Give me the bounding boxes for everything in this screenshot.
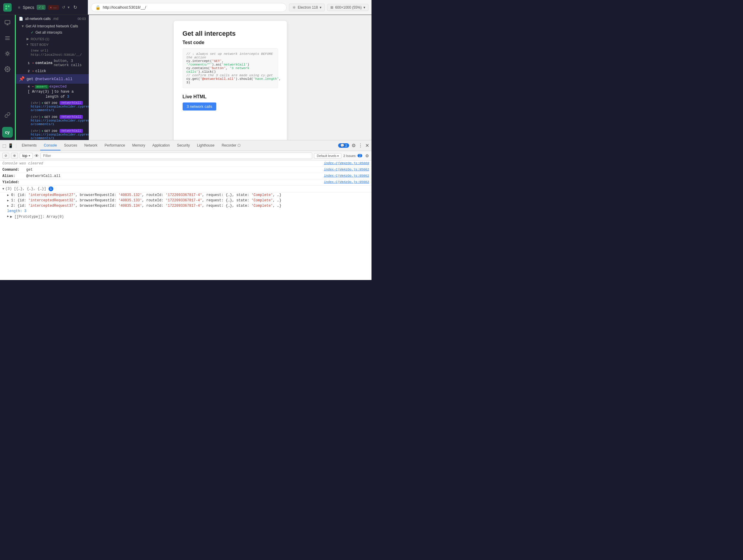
item0-routeid: '1722093367817-4' xyxy=(166,193,202,197)
get-keyword: get xyxy=(27,77,33,81)
issues-num: 2 xyxy=(345,144,347,147)
specs-menu-icon: ≡ xyxy=(18,5,20,10)
console-filter[interactable] xyxy=(41,153,312,159)
pass-count: 1 xyxy=(42,6,44,9)
have-length: 'have.length' xyxy=(253,77,279,81)
assert-num: 4 xyxy=(28,85,30,88)
default-levels-btn[interactable]: Default levels ▾ xyxy=(314,153,341,159)
sidebar-item-integrations[interactable] xyxy=(3,110,12,120)
devtools-close-icon[interactable]: ✕ xyxy=(365,143,369,148)
length-line-text: length: 3 xyxy=(7,209,27,213)
alias-label: Alias: xyxy=(2,174,26,178)
tab-elements[interactable]: Elements xyxy=(18,141,40,150)
test-item[interactable]: ✓ Get all intercepts xyxy=(22,30,86,36)
inspect-element-icon[interactable]: ⬚ xyxy=(2,143,6,148)
eye-icon[interactable]: 👁 xyxy=(35,154,39,158)
issues-badge-num: 2 xyxy=(357,154,362,157)
test-body-section[interactable]: ▾ TEST BODY xyxy=(16,42,89,47)
refresh-icon[interactable]: ↻ xyxy=(73,4,77,10)
tab-application[interactable]: Application xyxy=(149,141,173,150)
cmd-assert: 4 – assert expected [ Array(3) ] to have… xyxy=(16,84,89,100)
sidebar-item-settings[interactable] xyxy=(3,64,12,74)
issues-settings-icon[interactable]: ⚙ xyxy=(365,154,369,158)
item1-triangle[interactable]: ▶ xyxy=(7,199,9,202)
tab-recorder[interactable]: Recorder⬡ xyxy=(218,141,244,150)
alias-string: 'networkCall' xyxy=(222,63,247,67)
network-call-all: '@networkCall.all' xyxy=(200,77,236,81)
expected-kw: expected xyxy=(49,85,67,89)
cmd-link[interactable]: index-CjVm4zOo.js:95662 xyxy=(324,168,369,171)
array-expand-triangle[interactable]: ▼ xyxy=(2,187,4,190)
page-card: Get all intercepts Test code // ↓ always… xyxy=(174,21,287,140)
item2-rest: , request: {…}, state: xyxy=(202,204,252,208)
lock-icon: 🔒 xyxy=(95,5,100,10)
routes-section[interactable]: ▶ ROUTES (1) xyxy=(16,36,89,42)
sidebar-item-bug[interactable] xyxy=(3,49,12,58)
svg-rect-1 xyxy=(8,5,9,7)
clear-console-btn[interactable]: ⊘ xyxy=(2,153,9,159)
item0-end: , …} xyxy=(273,193,281,197)
settings-icon xyxy=(4,66,10,72)
item0-rest: , request: {…}, state: xyxy=(202,193,252,197)
get-method: cy.get( xyxy=(186,77,200,81)
item0-index: 0: {id: xyxy=(11,193,28,197)
line1-num: 1 xyxy=(28,61,30,65)
devtools-more-icon[interactable]: ⋮ xyxy=(358,143,363,148)
page-card-wrapper: Get all intercepts Test code // ↓ always… xyxy=(174,21,287,140)
tab-memory[interactable]: Memory xyxy=(129,141,149,150)
get-string: 'GET' xyxy=(212,59,222,63)
tab-performance[interactable]: Performance xyxy=(101,141,129,150)
item1-index: 1: {id: xyxy=(11,199,28,203)
svg-point-9 xyxy=(6,53,8,55)
device-toggle-icon[interactable]: 📱 xyxy=(8,143,13,148)
performance-label: Performance xyxy=(104,143,125,147)
issues-badge: 2 Issues: 2 xyxy=(343,154,362,158)
svg-point-10 xyxy=(7,69,8,70)
item0-triangle[interactable]: ▶ xyxy=(7,193,9,197)
proto-triangle[interactable]: ▶ xyxy=(7,214,9,219)
cleared-link[interactable]: index-CjVm4zOo.js:95669 xyxy=(324,162,369,165)
network2-url1: https://jsonplaceholder.cypress.i xyxy=(31,119,86,122)
close-paren: ) xyxy=(247,63,249,67)
file-item[interactable]: 📄 all-network-calls .md 00:03 xyxy=(16,15,89,23)
devtools-settings-icon[interactable]: ⚙ xyxy=(352,143,356,148)
sidebar-item-list[interactable] xyxy=(3,33,12,43)
tab-security[interactable]: Security xyxy=(173,141,193,150)
tab-sources[interactable]: Sources xyxy=(60,141,81,150)
page-subtitle: Test code xyxy=(183,40,278,45)
tab-console[interactable]: Console xyxy=(40,141,60,150)
network-call-1: (xhr) ● GET 200 networkCall https://json… xyxy=(16,100,89,114)
tab-lighthouse[interactable]: Lighthouse xyxy=(193,141,218,150)
memory-label: Memory xyxy=(132,143,145,147)
cmd-label: Command: xyxy=(2,168,26,172)
stop-btn[interactable]: ⊗ xyxy=(11,153,18,159)
top-bar: ≡ Specs ✓ 1 × — ↺ ▾ ↻ 🔒 http://localhost… xyxy=(0,0,372,15)
url-bar[interactable]: 🔒 http://localhost:53018/__/ xyxy=(91,3,287,12)
array-preview: [ Array(3) ] xyxy=(28,90,53,94)
html-label: Live HTML xyxy=(183,94,278,99)
yielded-link[interactable]: index-CjVm4zOo.js:95662 xyxy=(324,180,369,184)
cmd-new-url-text: (new url) http://localhost:53018/__/ xyxy=(31,49,82,56)
network2-header: (xhr) ● GET 200 networkCall xyxy=(31,115,86,119)
issues-text: 2 Issues: xyxy=(343,154,356,158)
line1-text: button, 3 network calls xyxy=(54,59,86,67)
item0-sep2: , routeId: xyxy=(142,193,166,197)
route-string: '/comments/*' xyxy=(186,63,212,67)
cmd-get-row[interactable]: 📌 get @networkCall.all inspect the comma… xyxy=(16,74,89,84)
sidebar-item-monitor[interactable] xyxy=(3,18,12,28)
alias-link[interactable]: index-CjVm4zOo.js:95662 xyxy=(324,174,369,177)
tab-network[interactable]: Network xyxy=(81,141,101,150)
pin-icon: 📌 xyxy=(19,76,25,82)
console-cmd-line: Command: get index-CjVm4zOo.js:95662 xyxy=(0,167,372,173)
top-selector[interactable]: top ▾ xyxy=(20,153,33,159)
alias-value: @networkCall.all xyxy=(26,174,324,178)
network-calls-button[interactable]: 3 network calls xyxy=(183,102,217,111)
cy-logo-bottom[interactable]: cy xyxy=(2,127,13,138)
test-name: Get all intercepts xyxy=(36,30,62,35)
suite-title: ▾ Get All Intercepted Network Calls xyxy=(22,24,86,28)
fail-badge: × — xyxy=(48,5,59,10)
console-item0: ▶ 0: {id: 'interceptedRequest27', browse… xyxy=(0,192,372,198)
item2-triangle[interactable]: ▶ xyxy=(7,204,9,208)
stop-icon: ⊗ xyxy=(13,154,16,158)
dot2: ● xyxy=(42,116,43,118)
